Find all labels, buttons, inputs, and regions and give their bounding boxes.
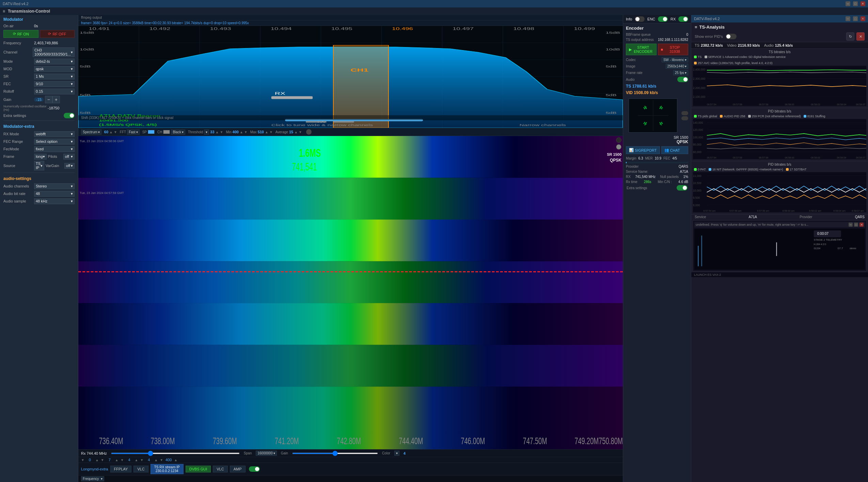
rx-toggle-1[interactable]: [681, 111, 688, 115]
source-dropdown[interactable]: TS IP ▾: [34, 161, 44, 170]
ts-close-x-btn[interactable]: ✕: [856, 32, 865, 41]
rx-mode-dropdown[interactable]: webfft ▾: [34, 131, 75, 137]
ts-output-label: TS output address: [626, 38, 654, 42]
num5-down[interactable]: ▼: [160, 458, 163, 462]
vlc-button-2[interactable]: VLC: [213, 466, 227, 472]
ts-close-btn[interactable]: ✕: [861, 16, 865, 21]
rx-indicator-2[interactable]: [616, 144, 621, 150]
launch-label: LAUNCH ES VAX-2: [691, 272, 868, 277]
svg-rect-46: [306, 121, 327, 122]
vlc-button-1[interactable]: VLC: [133, 466, 148, 472]
max-up[interactable]: ▲: [265, 130, 268, 134]
spectrum-container[interactable]: 10.491 10.492 10.493 10.494 10.495 10.49…: [78, 26, 623, 128]
min-down[interactable]: ▼: [244, 130, 248, 134]
num1-up[interactable]: ▲: [95, 458, 99, 462]
span-dropdown[interactable]: 16000000 ▾: [256, 451, 277, 456]
fec-range-dropdown[interactable]: Select option ▾: [34, 139, 75, 145]
ts-refresh-btn[interactable]: ↻: [846, 32, 854, 41]
nco-label: Numerically controlled oscillator (Hz): [3, 105, 48, 111]
avg-down[interactable]: ▼: [299, 130, 302, 134]
svg-text:736.40M: 736.40M: [99, 436, 123, 446]
show-error-toggle[interactable]: [726, 34, 737, 39]
enc-toggle[interactable]: [658, 16, 668, 22]
audio-br-dropdown[interactable]: 48 ▾: [34, 191, 75, 197]
stop-encoder-button[interactable]: ■ STOP 31938: [658, 44, 689, 55]
ts-rx-button[interactable]: TS RX stream IP 230.0.0.2:1234: [151, 464, 184, 474]
audio-sub-close[interactable]: ✕: [859, 223, 864, 227]
enc-extra-toggle[interactable]: [677, 185, 688, 191]
fft-dropdown[interactable]: Fast ▾: [127, 130, 139, 135]
max-down[interactable]: ▼: [269, 130, 273, 134]
close-btn[interactable]: ✕: [861, 1, 865, 6]
avg-up[interactable]: ▲: [294, 130, 298, 134]
num3-down[interactable]: ▼: [121, 458, 124, 462]
gain-increase-btn[interactable]: +: [52, 96, 60, 103]
menu-icon[interactable]: ≡: [3, 9, 5, 14]
threshold-down[interactable]: ▼: [220, 130, 223, 134]
audio-toggle[interactable]: [677, 77, 688, 82]
amp-toggle[interactable]: [249, 466, 260, 472]
vargain-dropdown[interactable]: off ▾: [64, 163, 75, 169]
gain-slider[interactable]: [292, 453, 378, 454]
sp-color-box[interactable]: [148, 130, 155, 134]
spectrum-dropdown[interactable]: Spectrum ▾: [81, 130, 101, 135]
mode-dropdown[interactable]: dvbs2-ts ▾: [34, 59, 75, 64]
rolloff-dropdown[interactable]: 0.15 ▾: [34, 89, 75, 94]
svg-text:10.499: 10.499: [574, 27, 595, 31]
sr-dropdown[interactable]: 1 Ms ▾: [34, 74, 75, 79]
audio-sub-minimize[interactable]: ─: [849, 223, 853, 227]
audio-ch-dropdown[interactable]: Stereo ▾: [34, 183, 75, 189]
num1-down[interactable]: ▼: [81, 458, 84, 462]
min-up[interactable]: ▲: [240, 130, 243, 134]
frequency-bottom-dropdown[interactable]: Frequency ▾: [81, 476, 104, 481]
ch-color-dropdown[interactable]: Black ▾: [171, 130, 185, 135]
amp-button[interactable]: AMP: [230, 466, 246, 472]
ts-minimize-btn[interactable]: ─: [846, 16, 850, 21]
fecmode-dropdown[interactable]: fixed ▾: [34, 146, 75, 152]
num4-down[interactable]: ▼: [140, 458, 143, 462]
minimize-btn[interactable]: ─: [846, 1, 850, 6]
threshold-dropdown[interactable]: ▾: [204, 130, 209, 135]
svg-rect-49: [78, 136, 623, 178]
mod-dropdown[interactable]: qpsk ▾: [34, 66, 75, 72]
fft-up-arrow[interactable]: ▲: [109, 130, 113, 134]
start-encoder-button[interactable]: ▶ START ENCODER: [626, 44, 657, 55]
rf-on-button[interactable]: ⟳ RF ON: [3, 30, 38, 38]
rx-freq-slider[interactable]: [111, 453, 240, 454]
dvbs-gui-button[interactable]: DVBS GUI: [186, 466, 211, 472]
num3-up[interactable]: ▲: [135, 458, 138, 462]
info-toggle[interactable]: [635, 16, 645, 22]
num2-down[interactable]: ▼: [101, 458, 104, 462]
waterfall-display[interactable]: 1.6MS 741,541 736.40M 738.00M 739.60M 74…: [78, 136, 623, 449]
ch-color-box[interactable]: [163, 130, 170, 134]
audio-sub-maximize[interactable]: □: [854, 223, 858, 227]
num2-up[interactable]: ▲: [115, 458, 119, 462]
chat-button[interactable]: 👥 CHAT: [661, 146, 688, 154]
image-dropdown[interactable]: 2560x1440 ▾: [666, 64, 689, 69]
num5-up[interactable]: ▲: [174, 458, 177, 462]
frame-dropdown[interactable]: long ▾: [34, 154, 47, 160]
rx-toggle[interactable]: [678, 16, 688, 22]
maximize-btn[interactable]: □: [853, 1, 858, 6]
extra-settings-toggle[interactable]: [64, 113, 75, 118]
fec-dropdown[interactable]: 9/10 ▾: [34, 81, 75, 87]
audio-sample-dropdown[interactable]: 48 kHz ▾: [34, 198, 75, 204]
threshold-label: Threshold: [188, 130, 203, 134]
legend-pcr259-dot: [748, 115, 751, 118]
gain-decrease-btn[interactable]: −: [45, 96, 52, 103]
spectrum-toggle-btn[interactable]: [306, 129, 312, 135]
ffplay-button[interactable]: FFPLAY: [110, 466, 132, 472]
rf-off-button[interactable]: ⟳ RF OFF: [40, 30, 75, 38]
threshold-up[interactable]: ▲: [216, 130, 219, 134]
channel-dropdown[interactable]: CH3 1000/500/333/250/1... ▾: [33, 47, 75, 57]
color-dropdown[interactable]: ▾: [394, 451, 399, 456]
fft-down-arrow[interactable]: ▼: [114, 130, 117, 134]
pilots-dropdown[interactable]: off ▾: [63, 154, 75, 160]
frame-rate-dropdown[interactable]: 25 fps ▾: [673, 70, 688, 75]
sigreport-button[interactable]: 📊 SIGREPORT: [626, 146, 660, 154]
num4-up[interactable]: ▲: [154, 458, 158, 462]
rx-toggle-2[interactable]: [681, 116, 688, 120]
codec-dropdown[interactable]: SW - libvvenc ▾: [662, 57, 688, 62]
rx-indicator-1[interactable]: [616, 137, 621, 143]
ts-maximize-btn[interactable]: □: [853, 16, 858, 21]
